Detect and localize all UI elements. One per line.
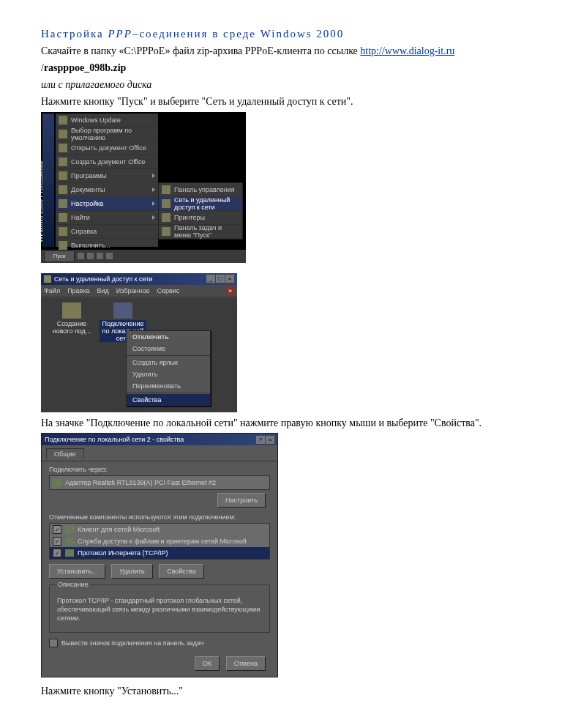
adapter-name: Адаптер Realtek RTL8139(A) PCI Fast Ethe… [65,479,216,486]
submenu-printers[interactable]: Принтеры [159,211,242,225]
description-label: Описание [56,581,90,588]
menu-edit[interactable]: Правка [67,287,89,294]
start-item-create-office[interactable]: Создать документ Office [56,155,158,169]
taskbar-icon [162,227,171,236]
start-item-programs[interactable]: Программы [56,169,158,183]
lan-icon [113,302,132,319]
tray-icon[interactable] [106,253,113,259]
menu-file[interactable]: Файл [44,287,60,294]
start-item-documents[interactable]: Документы [56,183,158,197]
item-label: Документы [71,186,105,193]
components-label: Отмеченные компоненты используются этим … [49,513,270,521]
properties-button[interactable]: Свойства [159,564,204,579]
minimize-button[interactable]: _ [206,275,215,283]
windows-brand-text: Windows 2000 Professional [41,161,44,242]
window-titlebar: Сеть и удаленный доступ к сети _ □ × [41,273,237,285]
generic-icon [59,130,67,138]
search-icon [59,213,67,222]
icon-label: нового под... [53,327,91,335]
ctx-delete[interactable]: Удалить [127,368,210,380]
menu-favorites[interactable]: Избранное [116,287,150,294]
icon-new-connection[interactable]: Созданиенового под... [48,302,95,335]
screenshot-properties-dialog: Подключение по локальной сети 2 - свойст… [41,433,278,677]
ctx-status[interactable]: Состояние [127,343,210,354]
tray-icon[interactable] [97,253,103,259]
start-item-settings[interactable]: Настройка [56,197,158,211]
item-label: Настройка [71,200,103,207]
menubar: Файл Правка Вид Избранное Сервис » [41,285,237,297]
network-icon [162,199,171,208]
configure-button[interactable]: Настроить [217,493,266,508]
window-icon [44,275,51,283]
folder-canvas: Созданиенового под... Подключениепо лока… [41,298,237,412]
client-icon [65,526,74,533]
ok-button[interactable]: ОК [195,656,220,671]
submenu-taskbar[interactable]: Панель задач и меню "Пуск" [159,225,242,239]
tab-panel: Подключить через: Адаптер Realtek RTL813… [42,461,277,653]
component-file-sharing[interactable]: ✓ Служба доступа к файлам и принтерам се… [50,535,269,547]
maximize-button[interactable]: □ [216,275,225,283]
item-label: Сеть и удаленный доступ к сети [174,196,239,211]
icon-label: Создание [57,320,87,327]
intro-line1: Скачайте в папку «С:\PPPoE» файл zip-арх… [41,45,521,59]
item-label: Программы [71,172,107,179]
generic-icon [59,157,67,166]
component-client[interactable]: ✓ Клиент для сетей Microsoft [50,524,269,535]
mid-instruction: На значке "Подключение по локальной сети… [41,417,521,431]
checkbox-icon[interactable] [49,639,58,647]
ctx-disconnect[interactable]: Отключить [127,331,210,343]
ctx-divider [127,393,210,393]
window-buttons: _ □ × [206,275,234,283]
ctx-create-shortcut[interactable]: Создать ярлык [127,357,210,368]
submenu-control-panel[interactable]: Панель управления [159,183,242,197]
submenu-network-connections[interactable]: Сеть и удаленный доступ к сети [159,197,242,211]
help-button[interactable]: ? [256,436,265,444]
cancel-button[interactable]: Отмена [226,656,266,671]
menu-tools[interactable]: Сервис [157,287,179,294]
start-item-help[interactable]: Справка [56,225,158,239]
start-item-windows-update[interactable]: Windows Update [56,114,158,127]
ctx-rename[interactable]: Переименовать [127,380,210,392]
close-button[interactable]: × [225,275,234,283]
item-label: Панель задач и меню "Пуск" [174,224,239,239]
close-button[interactable]: × [266,436,274,444]
start-item-open-office[interactable]: Открыть документ Office [56,141,158,155]
intro-line1-text: Скачайте в папку «С:\PPPoE» файл zip-арх… [41,45,360,56]
run-icon [59,241,67,250]
title-post: –соединения в среде Windows 2000 [132,28,344,40]
programs-icon [59,171,67,180]
menu-view[interactable]: Вид [97,287,109,294]
component-tcpip[interactable]: ✓ Протокол Интернета (TCP/IP) [50,547,269,559]
checkbox-icon[interactable]: ✓ [53,549,61,557]
item-label: Справка [71,228,97,235]
tray-icon[interactable] [87,253,94,259]
start-item-find[interactable]: Найти [56,211,158,225]
install-button[interactable]: Установить... [49,564,105,579]
nic-icon [53,479,61,486]
document-page: Настройка PPP–соединения в среде Windows… [0,0,562,728]
download-link[interactable]: http://www.dialog-it.ru [360,45,454,56]
tray-icon[interactable] [78,253,84,259]
item-label: Найти [71,214,90,221]
description-text: Протокол TCP/IP - стандартный протокол г… [56,595,263,625]
remove-button[interactable]: Удалить [111,564,152,579]
dialog-title: Подключение по локальной сети 2 - свойст… [45,436,184,443]
menu-more[interactable]: » [226,286,234,295]
start-item-default-programs[interactable]: Выбор программ по умолчанию [56,127,158,141]
checkbox-icon[interactable]: ✓ [53,525,61,534]
item-label: Создать документ Office [71,158,146,166]
show-tray-icon-row[interactable]: Вывести значок подключения на панель зад… [49,639,270,647]
checkbox-icon[interactable]: ✓ [53,537,61,546]
intro-line2: /raspppoe_098b.zip [41,62,521,75]
windows-brand-band: Windows 2000 Professional [42,114,54,247]
start-menu-column: Windows Update Выбор программ по умолчан… [56,114,158,247]
ctx-divider [127,355,210,356]
item-label: Открыть документ Office [71,144,146,152]
zip-filename: raspppoe_098b.zip [44,62,126,73]
tab-general[interactable]: Общие [46,448,84,459]
connect-via-label: Подключить через: [49,466,270,473]
start-button[interactable]: Пуск [44,250,75,262]
screenshot-network-folder: Сеть и удаленный доступ к сети _ □ × Фай… [41,273,237,412]
ctx-properties[interactable]: Свойства [127,394,210,406]
components-listbox[interactable]: ✓ Клиент для сетей Microsoft ✓ Служба до… [49,523,270,560]
